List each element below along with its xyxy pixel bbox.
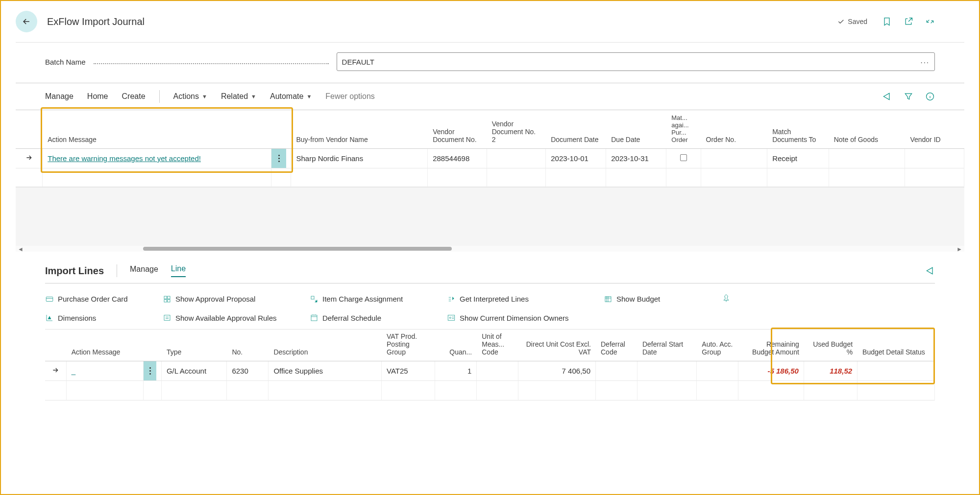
share-icon[interactable] — [882, 92, 892, 101]
lcol-deferral-start[interactable]: Deferral Start Date — [637, 330, 697, 361]
lcol-used-budget[interactable]: Used Budget % — [804, 330, 858, 361]
action-message-link[interactable]: There are warning messages not yet accep… — [48, 154, 201, 163]
assign-icon — [310, 295, 318, 304]
col-vendor-name[interactable]: Buy-from Vendor Name — [291, 110, 428, 149]
import-line-row[interactable]: _ G/L Account 6230 Office Supplies VAT25… — [45, 361, 935, 381]
lcol-vat-group[interactable]: VAT Prod. Posting Group — [382, 330, 435, 361]
checkbox-icon[interactable] — [680, 154, 687, 161]
batch-name-input[interactable]: DEFAULT ··· — [337, 52, 935, 71]
col-match-po[interactable]: Mat... agai... Pur... Order — [666, 110, 701, 149]
lcol-description[interactable]: Description — [269, 330, 382, 361]
scrollbar-thumb[interactable] — [143, 247, 452, 251]
journal-row[interactable]: There are warning messages not yet accep… — [16, 149, 964, 168]
tab-line[interactable]: Line — [171, 264, 186, 277]
lcell-budget-status[interactable] — [858, 361, 935, 381]
share-icon[interactable] — [925, 266, 935, 276]
lcell-deferral-start[interactable] — [637, 361, 697, 381]
horizontal-scrollbar[interactable]: ◄ ► — [16, 246, 964, 252]
lcol-remaining-budget[interactable]: Remaining Budget Amount — [738, 330, 804, 361]
owners-icon — [447, 313, 456, 322]
cmd-automate[interactable]: Automate▼ — [270, 92, 312, 101]
cell-note-of-goods[interactable] — [829, 149, 906, 168]
info-icon[interactable] — [925, 92, 935, 101]
col-vendor-doc-no[interactable]: Vendor Document No. — [428, 110, 487, 149]
cell-vendor-name[interactable]: Sharp Nordic Finans — [291, 149, 428, 168]
lcell-description[interactable]: Office Supplies — [269, 361, 382, 381]
cmd-related[interactable]: Related▼ — [221, 92, 256, 101]
lcell-action-message[interactable]: _ — [67, 361, 144, 381]
cell-doc-date[interactable]: 2023-10-01 — [546, 149, 606, 168]
lcol-direct-unit-cost[interactable]: Direct Unit Cost Excl. VAT — [518, 330, 596, 361]
cmd-manage[interactable]: Manage — [45, 92, 74, 101]
cmd-actions[interactable]: Actions▼ — [173, 92, 207, 101]
col-vendor-doc-no2[interactable]: Vendor Document No. 2 — [487, 110, 546, 149]
col-note-of-goods[interactable]: Note of Goods — [829, 110, 906, 149]
col-match-docs-to[interactable]: Match Documents To — [767, 110, 829, 149]
svg-rect-1 — [46, 297, 53, 301]
collapse-icon[interactable] — [925, 17, 935, 26]
cell-due-date[interactable]: 2023-10-31 — [606, 149, 666, 168]
lcell-direct-unit-cost[interactable]: 7 406,50 — [518, 361, 596, 381]
lcell-remaining-budget[interactable]: -5 186,50 — [738, 361, 804, 381]
tab-manage[interactable]: Manage — [130, 265, 158, 277]
lcell-uom[interactable] — [477, 361, 518, 381]
action-deferral-schedule[interactable]: Deferral Schedule — [310, 313, 447, 322]
lcol-type[interactable]: Type — [162, 330, 227, 361]
line-row-menu-button[interactable] — [144, 361, 156, 380]
lcol-no[interactable]: No. — [227, 330, 269, 361]
svg-rect-3 — [168, 296, 170, 299]
cell-vendor-id[interactable] — [905, 149, 964, 168]
action-show-budget[interactable]: Show Budget — [604, 293, 702, 305]
scroll-right-caret[interactable]: ► — [956, 246, 962, 253]
cmd-fewer-options[interactable]: Fewer options — [325, 92, 375, 101]
action-interpreted-lines[interactable]: Get Interpreted Lines — [447, 293, 604, 305]
lcol-deferral-code[interactable]: Deferral Code — [596, 330, 637, 361]
pin-icon[interactable] — [721, 293, 731, 303]
lcell-auto-acc[interactable] — [697, 361, 738, 381]
cmd-create[interactable]: Create — [122, 92, 146, 101]
journal-row-empty[interactable] — [16, 168, 964, 187]
row-selector[interactable] — [16, 149, 43, 168]
lcol-quantity[interactable]: Quan... — [435, 330, 477, 361]
lcell-type[interactable]: G/L Account — [162, 361, 227, 381]
action-approval-proposal[interactable]: Show Approval Proposal — [163, 293, 310, 305]
cell-match-po[interactable] — [666, 149, 701, 168]
cmd-home[interactable]: Home — [87, 92, 108, 101]
cell-vendor-doc-no2[interactable] — [487, 149, 546, 168]
action-dimension-owners[interactable]: Show Current Dimension Owners — [447, 313, 604, 322]
filter-icon[interactable] — [904, 92, 913, 101]
lcell-used-budget[interactable]: 118,52 — [804, 361, 858, 381]
import-line-row-empty[interactable] — [45, 381, 935, 401]
svg-rect-2 — [164, 296, 167, 299]
line-row-selector[interactable] — [45, 361, 67, 381]
action-approval-rules[interactable]: Show Available Approval Rules — [163, 313, 310, 322]
col-due-date[interactable]: Due Date — [606, 110, 666, 149]
lcol-budget-status[interactable]: Budget Detail Status — [858, 330, 935, 361]
scroll-left-caret[interactable]: ◄ — [18, 246, 24, 253]
cell-order-no[interactable] — [701, 149, 768, 168]
lcell-no[interactable]: 6230 — [227, 361, 269, 381]
cell-vendor-doc-no[interactable]: 288544698 — [428, 149, 487, 168]
action-dimensions[interactable]: Dimensions — [45, 313, 163, 322]
col-vendor-id[interactable]: Vendor ID — [905, 110, 964, 149]
bookmark-icon[interactable] — [882, 17, 892, 26]
grid-empty-area — [16, 187, 964, 246]
cell-match-docs-to[interactable]: Receipt — [767, 149, 829, 168]
dimensions-icon — [45, 313, 54, 322]
action-item-charge[interactable]: Item Charge Assignment — [310, 293, 447, 305]
lcell-vat-group[interactable]: VAT25 — [382, 361, 435, 381]
lcell-deferral-code[interactable] — [596, 361, 637, 381]
popout-icon[interactable] — [904, 17, 913, 26]
lcol-auto-acc[interactable]: Auto. Acc. Group — [697, 330, 738, 361]
col-doc-date[interactable]: Document Date — [546, 110, 606, 149]
lcol-uom[interactable]: Unit of Meas... Code — [477, 330, 518, 361]
back-button[interactable] — [16, 11, 37, 32]
import-lines-grid: Action Message Type No. Description VAT … — [45, 330, 935, 401]
row-menu-button[interactable] — [271, 149, 286, 168]
lcell-quantity[interactable]: 1 — [435, 361, 477, 381]
lcol-action-message[interactable]: Action Message — [67, 330, 162, 361]
action-po-card[interactable]: Purchase Order Card — [45, 293, 163, 305]
ellipsis-icon[interactable]: ··· — [920, 58, 930, 66]
col-action-message[interactable]: Action Message — [48, 136, 97, 143]
col-order-no[interactable]: Order No. — [701, 110, 768, 149]
